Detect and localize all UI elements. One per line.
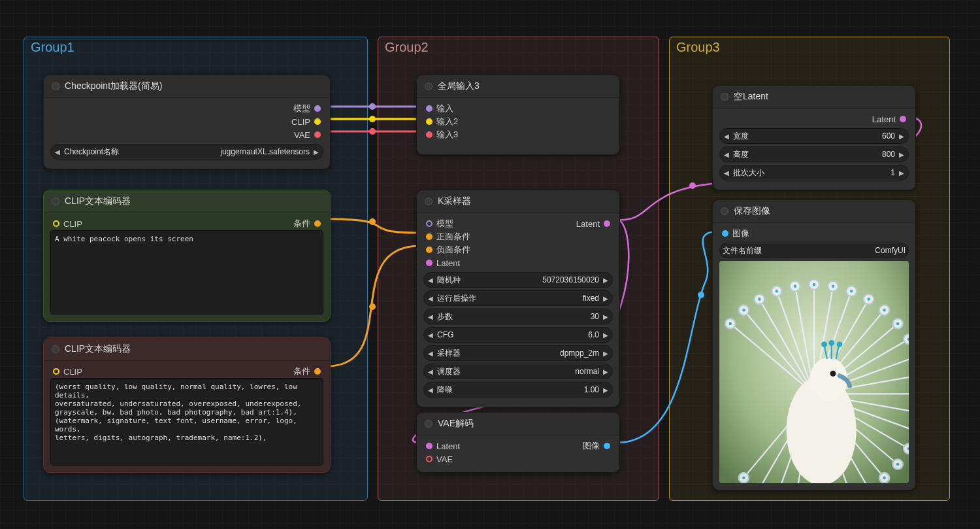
node-canvas[interactable]: Group1 Group2 Group3 Checkpoint加载器( [0,0,980,529]
param-row[interactable]: ◀步数 30▶ [423,309,613,324]
svg-point-34 [866,297,871,301]
input-port-model[interactable] [426,220,433,227]
param-checkpoint-name[interactable]: ◀Checkpoint名称 juggernautXL.safetensors▶ [50,144,323,160]
collapse-icon[interactable] [52,197,59,205]
chevron-right-icon[interactable]: ▶ [602,277,610,284]
chevron-right-icon[interactable]: ▶ [312,148,320,156]
output-port-conditioning[interactable] [314,368,321,375]
input-port-clip[interactable] [53,368,59,375]
output-port-model[interactable] [314,105,321,112]
collapse-icon[interactable] [425,197,433,205]
collapse-icon[interactable] [52,345,59,353]
svg-point-4 [369,303,376,310]
param-value: 5072036150020 [542,275,599,284]
input-label: VAE [436,454,453,464]
param-value: 1.00 [584,385,599,394]
chevron-left-icon[interactable]: ◀ [723,169,730,177]
output-port-vae[interactable] [314,131,321,138]
input-port-positive[interactable] [426,233,433,240]
node-titlebar[interactable]: CLIP文本编码器 [44,338,330,361]
chevron-left-icon[interactable]: ◀ [427,277,434,284]
chevron-left-icon[interactable]: ◀ [427,295,434,302]
output-port-conditioning[interactable] [314,220,321,227]
chevron-right-icon[interactable]: ▶ [602,350,610,357]
collapse-icon[interactable] [721,93,728,101]
param-filename-prefix[interactable]: 文件名前缀 ComfyUI [719,243,909,258]
input-port-latent[interactable] [426,260,433,266]
input-label: 图像 [732,228,749,239]
param-row[interactable]: ◀随机种 5072036150020▶ [423,272,613,288]
node-titlebar[interactable]: 保存图像 [713,200,915,223]
chevron-right-icon[interactable]: ▶ [602,313,610,320]
prompt-textarea[interactable]: (worst quality, low quality, normal qual… [50,378,323,466]
chevron-left-icon[interactable]: ◀ [427,386,434,394]
chevron-left-icon[interactable]: ◀ [427,368,434,375]
input-port-3[interactable] [426,131,433,138]
chevron-right-icon[interactable]: ▶ [602,295,610,302]
chevron-left-icon[interactable]: ◀ [723,133,730,140]
node-clip-negative[interactable]: CLIP文本编码器 CLIP 条件 (worst quality, low qu… [43,337,331,473]
chevron-right-icon[interactable]: ▶ [602,368,610,375]
chevron-right-icon[interactable]: ▶ [602,332,610,339]
input-label: 正面条件 [436,231,470,243]
node-save-image[interactable]: 保存图像 图像 文件名前缀 ComfyUI [712,199,916,490]
input-port-image[interactable] [722,230,728,237]
svg-point-1 [369,116,376,122]
chevron-right-icon[interactable]: ▶ [602,386,610,394]
collapse-icon[interactable] [721,207,728,215]
output-port-image[interactable] [604,443,610,449]
chevron-left-icon[interactable]: ◀ [427,313,434,320]
svg-point-2 [369,128,376,135]
chevron-right-icon[interactable]: ▶ [898,133,906,140]
param-row[interactable]: ◀运行后操作 fixed▶ [423,290,613,306]
output-port-latent[interactable] [604,220,610,227]
svg-point-0 [369,103,376,110]
param-row[interactable]: ◀宽度 600▶ [719,128,909,144]
collapse-icon[interactable] [425,420,433,428]
input-port-clip[interactable] [53,220,59,227]
node-checkpoint-loader[interactable]: Checkpoint加载器(简易) 模型 CLIP VAE ◀Checkpoin… [43,75,331,169]
param-row[interactable]: ◀CFG 6.0▶ [423,327,613,343]
output-label: VAE [294,130,310,140]
param-row[interactable]: ◀批次大小 1▶ [719,165,909,180]
output-port-clip[interactable] [314,118,321,125]
collapse-icon[interactable] [52,82,59,90]
node-titlebar[interactable]: 空Latent [713,86,915,109]
node-titlebar[interactable]: K采样器 [417,190,619,213]
chevron-right-icon[interactable]: ▶ [898,169,906,177]
input-port-vae[interactable] [426,456,433,462]
input-port-2[interactable] [426,118,433,125]
node-empty-latent[interactable]: 空Latent Latent ◀宽度 600▶ ◀高度 800▶ ◀批次大小 1… [712,85,916,190]
param-row[interactable]: ◀采样器 dpmpp_2m▶ [423,345,613,361]
param-row[interactable]: ◀调度器 normal▶ [423,364,613,379]
input-port-latent[interactable] [426,443,433,449]
svg-point-13 [742,308,746,313]
chevron-left-icon[interactable]: ◀ [723,151,730,158]
collapse-icon[interactable] [425,82,433,90]
node-clip-positive[interactable]: CLIP文本编码器 CLIP 条件 A white peacock opens … [43,190,331,322]
chevron-left-icon[interactable]: ◀ [427,350,434,357]
chevron-right-icon[interactable]: ▶ [898,151,906,158]
node-global-inputs[interactable]: 全局输入3 输入 输入2 输入3 [416,75,620,155]
node-titlebar[interactable]: Checkpoint加载器(简易) [44,75,330,98]
param-value: 1 [890,168,895,177]
prompt-textarea[interactable]: A white peacock opens its screen [50,230,323,315]
chevron-left-icon[interactable]: ◀ [54,148,61,156]
node-title: 全局输入3 [438,80,480,92]
output-port-latent[interactable] [900,116,906,122]
chevron-left-icon[interactable]: ◀ [427,332,434,339]
svg-point-22 [793,284,798,288]
node-titlebar[interactable]: CLIP文本编码器 [44,190,330,213]
output-label: CLIP [291,117,310,127]
node-titlebar[interactable]: VAE解码 [417,413,619,435]
svg-point-43 [907,337,909,341]
input-label: CLIP [63,367,82,377]
node-vae-decode[interactable]: VAE解码 Latent 图像 VAE [416,412,620,473]
node-titlebar[interactable]: 全局输入3 [417,75,619,98]
param-row[interactable]: ◀降噪 1.00▶ [423,382,613,398]
param-row[interactable]: ◀高度 800▶ [719,146,909,162]
input-port-negative[interactable] [426,247,433,253]
input-port-1[interactable] [426,105,433,112]
node-title: 空Latent [734,91,768,103]
node-ksampler[interactable]: K采样器 模型 Latent 正面条件 负面条件 Latent ◀随机种 507… [416,190,620,407]
